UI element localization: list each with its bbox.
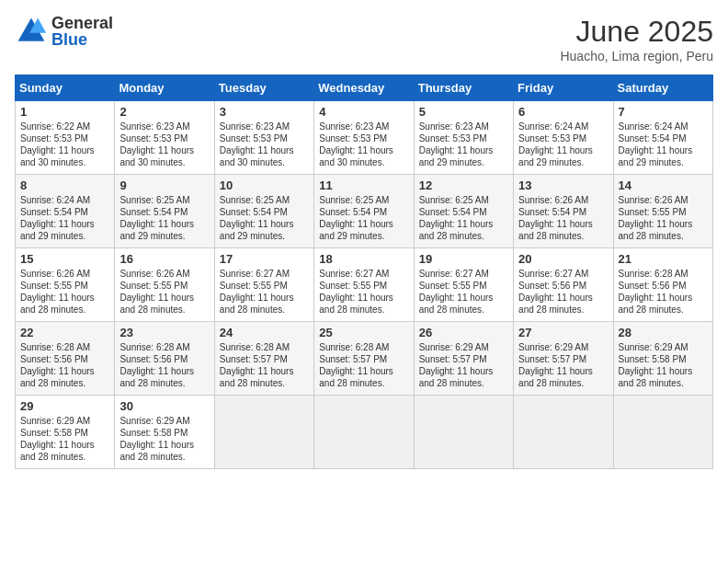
- day-info: Sunrise: 6:24 AM Sunset: 5:54 PM Dayligh…: [619, 121, 708, 168]
- page-header: General Blue June 2025 Huacho, Lima regi…: [15, 15, 713, 63]
- calendar-cell: 7Sunrise: 6:24 AM Sunset: 5:54 PM Daylig…: [613, 101, 712, 175]
- calendar-cell: 30Sunrise: 6:29 AM Sunset: 5:58 PM Dayli…: [115, 396, 214, 469]
- calendar-cell: 16Sunrise: 6:26 AM Sunset: 5:55 PM Dayli…: [115, 248, 214, 322]
- day-info: Sunrise: 6:26 AM Sunset: 5:55 PM Dayligh…: [619, 194, 708, 242]
- day-info: Sunrise: 6:26 AM Sunset: 5:55 PM Dayligh…: [20, 268, 109, 316]
- logo-blue: Blue: [51, 31, 113, 48]
- day-number: 28: [619, 326, 708, 339]
- day-info: Sunrise: 6:24 AM Sunset: 5:53 PM Dayligh…: [518, 121, 608, 168]
- logo: General Blue: [15, 15, 113, 48]
- day-number: 17: [220, 252, 309, 266]
- day-info: Sunrise: 6:28 AM Sunset: 5:57 PM Dayligh…: [319, 341, 408, 389]
- day-info: Sunrise: 6:24 AM Sunset: 5:54 PM Dayligh…: [20, 194, 109, 242]
- calendar-cell: 8Sunrise: 6:24 AM Sunset: 5:54 PM Daylig…: [16, 175, 115, 248]
- logo-text: General Blue: [51, 15, 113, 48]
- calendar-cell: 5Sunrise: 6:23 AM Sunset: 5:53 PM Daylig…: [414, 101, 513, 175]
- day-info: Sunrise: 6:26 AM Sunset: 5:54 PM Dayligh…: [518, 194, 608, 242]
- calendar-cell: 13Sunrise: 6:26 AM Sunset: 5:54 PM Dayli…: [514, 175, 613, 248]
- day-number: 6: [518, 105, 608, 119]
- day-number: 24: [220, 326, 309, 339]
- day-info: Sunrise: 6:29 AM Sunset: 5:58 PM Dayligh…: [619, 341, 708, 389]
- day-number: 16: [119, 252, 209, 266]
- day-info: Sunrise: 6:25 AM Sunset: 5:54 PM Dayligh…: [319, 194, 408, 242]
- calendar-cell: 20Sunrise: 6:27 AM Sunset: 5:56 PM Dayli…: [514, 248, 613, 322]
- calendar-cell: 24Sunrise: 6:28 AM Sunset: 5:57 PM Dayli…: [214, 322, 313, 396]
- day-number: 26: [419, 326, 508, 339]
- day-info: Sunrise: 6:26 AM Sunset: 5:55 PM Dayligh…: [119, 268, 209, 316]
- calendar-cell: 6Sunrise: 6:24 AM Sunset: 5:53 PM Daylig…: [514, 101, 613, 175]
- calendar-cell: 12Sunrise: 6:25 AM Sunset: 5:54 PM Dayli…: [414, 175, 513, 248]
- calendar-week-row: 1Sunrise: 6:22 AM Sunset: 5:53 PM Daylig…: [16, 101, 713, 175]
- day-info: Sunrise: 6:29 AM Sunset: 5:58 PM Dayligh…: [20, 415, 109, 463]
- calendar-cell: 18Sunrise: 6:27 AM Sunset: 5:55 PM Dayli…: [314, 248, 414, 322]
- calendar-cell: 22Sunrise: 6:28 AM Sunset: 5:56 PM Dayli…: [16, 322, 115, 396]
- day-info: Sunrise: 6:25 AM Sunset: 5:54 PM Dayligh…: [119, 194, 209, 242]
- calendar-week-row: 15Sunrise: 6:26 AM Sunset: 5:55 PM Dayli…: [16, 248, 713, 322]
- calendar-cell: 29Sunrise: 6:29 AM Sunset: 5:58 PM Dayli…: [16, 396, 115, 469]
- header-monday: Monday: [115, 75, 214, 101]
- header-friday: Friday: [514, 75, 613, 101]
- day-number: 23: [119, 326, 209, 339]
- day-info: Sunrise: 6:27 AM Sunset: 5:56 PM Dayligh…: [518, 268, 608, 316]
- day-number: 3: [220, 105, 309, 119]
- day-info: Sunrise: 6:27 AM Sunset: 5:55 PM Dayligh…: [419, 268, 508, 316]
- calendar-table: Sunday Monday Tuesday Wednesday Thursday…: [15, 75, 713, 469]
- day-info: Sunrise: 6:22 AM Sunset: 5:53 PM Dayligh…: [20, 121, 109, 168]
- calendar-week-row: 22Sunrise: 6:28 AM Sunset: 5:56 PM Dayli…: [16, 322, 713, 396]
- day-info: Sunrise: 6:23 AM Sunset: 5:53 PM Dayligh…: [220, 121, 309, 168]
- day-number: 11: [319, 178, 408, 192]
- calendar-cell: 28Sunrise: 6:29 AM Sunset: 5:58 PM Dayli…: [613, 322, 712, 396]
- calendar-week-row: 8Sunrise: 6:24 AM Sunset: 5:54 PM Daylig…: [16, 175, 713, 248]
- day-info: Sunrise: 6:27 AM Sunset: 5:55 PM Dayligh…: [319, 268, 408, 316]
- day-number: 25: [319, 326, 408, 339]
- calendar-subtitle: Huacho, Lima region, Peru: [560, 49, 713, 63]
- calendar-cell: 14Sunrise: 6:26 AM Sunset: 5:55 PM Dayli…: [613, 175, 712, 248]
- calendar-cell: 21Sunrise: 6:28 AM Sunset: 5:56 PM Dayli…: [613, 248, 712, 322]
- day-number: 19: [419, 252, 508, 266]
- day-number: 13: [518, 178, 608, 192]
- day-number: 5: [419, 105, 508, 119]
- day-number: 22: [20, 326, 109, 339]
- calendar-cell: 11Sunrise: 6:25 AM Sunset: 5:54 PM Dayli…: [314, 175, 414, 248]
- day-info: Sunrise: 6:28 AM Sunset: 5:56 PM Dayligh…: [119, 341, 209, 389]
- day-info: Sunrise: 6:28 AM Sunset: 5:56 PM Dayligh…: [619, 268, 708, 316]
- calendar-cell: 9Sunrise: 6:25 AM Sunset: 5:54 PM Daylig…: [115, 175, 214, 248]
- day-info: Sunrise: 6:23 AM Sunset: 5:53 PM Dayligh…: [119, 121, 209, 168]
- calendar-cell: 4Sunrise: 6:23 AM Sunset: 5:53 PM Daylig…: [314, 101, 414, 175]
- calendar-cell: [414, 396, 513, 469]
- day-number: 18: [319, 252, 408, 266]
- day-info: Sunrise: 6:23 AM Sunset: 5:53 PM Dayligh…: [419, 121, 508, 168]
- day-info: Sunrise: 6:25 AM Sunset: 5:54 PM Dayligh…: [419, 194, 508, 242]
- day-number: 8: [20, 178, 109, 192]
- day-number: 29: [20, 399, 109, 413]
- header-sunday: Sunday: [16, 75, 115, 101]
- day-number: 10: [220, 178, 309, 192]
- day-number: 14: [619, 178, 708, 192]
- day-number: 2: [119, 105, 209, 119]
- calendar-week-row: 29Sunrise: 6:29 AM Sunset: 5:58 PM Dayli…: [16, 396, 713, 469]
- day-number: 27: [518, 326, 608, 339]
- logo-general: General: [51, 15, 113, 31]
- calendar-cell: 25Sunrise: 6:28 AM Sunset: 5:57 PM Dayli…: [314, 322, 414, 396]
- day-info: Sunrise: 6:29 AM Sunset: 5:57 PM Dayligh…: [419, 341, 508, 389]
- calendar-cell: [514, 396, 613, 469]
- day-info: Sunrise: 6:27 AM Sunset: 5:55 PM Dayligh…: [220, 268, 309, 316]
- day-number: 4: [319, 105, 408, 119]
- calendar-cell: [613, 396, 712, 469]
- calendar-cell: [214, 396, 313, 469]
- header-wednesday: Wednesday: [314, 75, 414, 101]
- calendar-cell: 27Sunrise: 6:29 AM Sunset: 5:57 PM Dayli…: [514, 322, 613, 396]
- calendar-cell: 2Sunrise: 6:23 AM Sunset: 5:53 PM Daylig…: [115, 101, 214, 175]
- day-number: 12: [419, 178, 508, 192]
- day-info: Sunrise: 6:25 AM Sunset: 5:54 PM Dayligh…: [220, 194, 309, 242]
- day-info: Sunrise: 6:29 AM Sunset: 5:58 PM Dayligh…: [119, 415, 209, 463]
- day-number: 30: [119, 399, 209, 413]
- day-info: Sunrise: 6:28 AM Sunset: 5:56 PM Dayligh…: [20, 341, 109, 389]
- calendar-cell: [314, 396, 414, 469]
- day-number: 9: [119, 178, 209, 192]
- calendar-cell: 15Sunrise: 6:26 AM Sunset: 5:55 PM Dayli…: [16, 248, 115, 322]
- day-number: 7: [619, 105, 708, 119]
- title-block: June 2025 Huacho, Lima region, Peru: [560, 15, 713, 63]
- header-thursday: Thursday: [414, 75, 513, 101]
- day-info: Sunrise: 6:29 AM Sunset: 5:57 PM Dayligh…: [518, 341, 608, 389]
